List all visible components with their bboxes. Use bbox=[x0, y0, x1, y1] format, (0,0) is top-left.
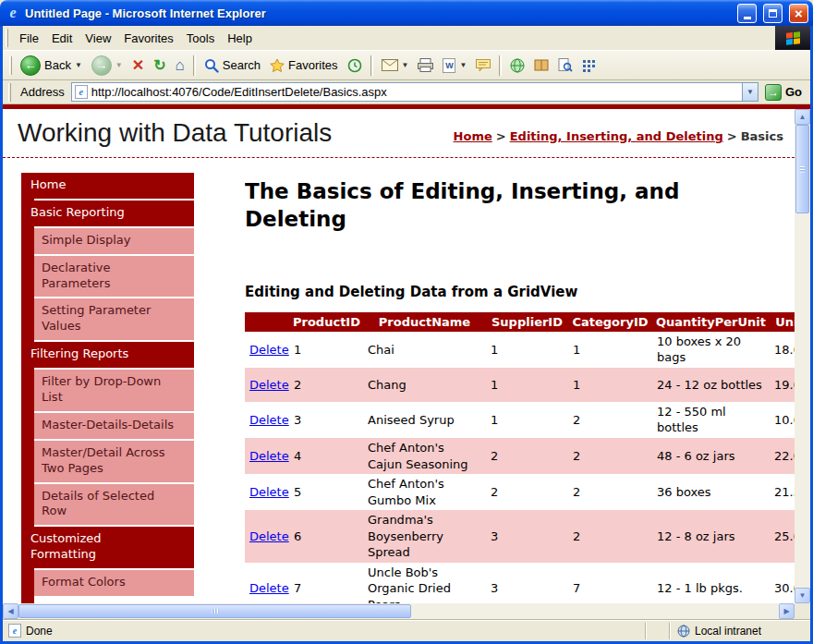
delete-link[interactable]: Delete bbox=[249, 581, 289, 595]
sidebar-item-customized-formatting[interactable]: Customized Formatting bbox=[21, 527, 194, 568]
forward-button[interactable]: → ▼ bbox=[88, 54, 127, 78]
toolbar-grip[interactable] bbox=[9, 56, 12, 75]
dot-grid-icon bbox=[582, 59, 595, 72]
sidebar-item-declarative-parameters[interactable]: Declarative Parameters bbox=[34, 256, 194, 298]
delete-link[interactable]: Delete bbox=[249, 449, 289, 463]
history-button[interactable] bbox=[344, 56, 366, 75]
print-button[interactable] bbox=[414, 56, 437, 74]
sidebar-item-home[interactable]: Home bbox=[21, 173, 194, 199]
grid-cell-action: Delete bbox=[245, 474, 289, 510]
horizontal-scroll-thumb[interactable] bbox=[18, 604, 411, 618]
breadcrumb-link-home[interactable]: Home bbox=[454, 129, 492, 143]
sidebar-item-setting-parameter-values[interactable]: Setting Parameter Values bbox=[34, 298, 194, 340]
horizontal-scroll-track[interactable] bbox=[18, 603, 779, 619]
grid-cell-action: Delete bbox=[245, 368, 289, 402]
grid-col-productname: ProductName bbox=[363, 312, 486, 332]
address-bar: Address e http://localhost:4076/Code/Edi… bbox=[3, 80, 810, 104]
scroll-down-button[interactable]: ▼ bbox=[795, 588, 810, 603]
vertical-scroll-track[interactable] bbox=[795, 125, 810, 588]
menu-item-file[interactable]: File bbox=[13, 28, 45, 49]
grid-cell: 1 bbox=[568, 368, 652, 402]
discuss-button[interactable] bbox=[472, 57, 494, 74]
close-button[interactable]: × bbox=[789, 4, 808, 23]
mail-button[interactable]: ▼ bbox=[378, 57, 413, 73]
grid-cell: 24 - 12 oz bottles bbox=[652, 368, 770, 402]
grid-row-2: Delete2Chang1124 - 12 oz bottles19.0 bbox=[245, 368, 795, 402]
toolbar-grip[interactable] bbox=[8, 83, 11, 102]
status-page-icon: e bbox=[8, 624, 21, 638]
sidebar-item-master-detail-across-two-pages[interactable]: Master/Detail Across Two Pages bbox=[34, 441, 194, 482]
delete-link[interactable]: Delete bbox=[249, 378, 289, 392]
toolbar-grip[interactable] bbox=[6, 29, 8, 47]
grid-cell: 2 bbox=[568, 438, 652, 474]
sidebar-item-simple-display[interactable]: Simple Display bbox=[34, 228, 194, 254]
research-button[interactable] bbox=[530, 57, 552, 74]
horizontal-scrollbar[interactable]: ◀ ▶ bbox=[3, 603, 795, 619]
scroll-up-button[interactable]: ▲ bbox=[795, 109, 810, 125]
web-globe-button[interactable] bbox=[506, 56, 528, 75]
search-button[interactable]: Search bbox=[200, 56, 264, 75]
vertical-scroll-thumb[interactable] bbox=[795, 125, 809, 213]
grid-row-5: Delete5Chef Anton's Gumbo Mix2236 boxes2… bbox=[245, 474, 795, 510]
sidebar-item-filtering-reports[interactable]: Filtering Reports bbox=[21, 342, 194, 368]
scrollbar-corner bbox=[795, 603, 810, 619]
grid-cell: Chef Anton's Gumbo Mix bbox=[363, 474, 486, 510]
vertical-scrollbar[interactable]: ▲ ▼ bbox=[795, 109, 810, 603]
sidebar-item-master-details-details[interactable]: Master-Details-Details bbox=[34, 413, 194, 439]
edit-button[interactable]: W ▼ bbox=[439, 56, 470, 75]
toolbar-separator bbox=[370, 55, 373, 76]
sidebar-item-filter-by-drop-down-list[interactable]: Filter by Drop-Down List bbox=[34, 370, 194, 411]
breadcrumb-link-section[interactable]: Editing, Inserting, and Deleting bbox=[510, 129, 723, 143]
menu-item-tools[interactable]: Tools bbox=[180, 28, 221, 49]
delete-link[interactable]: Delete bbox=[249, 485, 289, 499]
scroll-left-button[interactable]: ◀ bbox=[3, 603, 18, 619]
scroll-right-button[interactable]: ▶ bbox=[779, 603, 795, 619]
address-dropdown-button[interactable]: ▼ bbox=[742, 83, 758, 101]
sidebar-item-details-of-selected-row[interactable]: Details of Selected Row bbox=[34, 484, 194, 526]
window-title: Untitled Page - Microsoft Internet Explo… bbox=[25, 6, 731, 20]
sidebar-item-basic-reporting[interactable]: Basic Reporting bbox=[21, 200, 194, 226]
ie-window: e Untitled Page - Microsoft Internet Exp… bbox=[0, 0, 813, 644]
menu-item-help[interactable]: Help bbox=[221, 28, 259, 49]
grid-body: Delete1Chai1110 boxes x 20 bags18.0Delet… bbox=[245, 332, 795, 603]
grid-row-4: Delete4Chef Anton's Cajun Seasoning2248 … bbox=[245, 438, 795, 474]
back-button[interactable]: ← Back ▼ bbox=[17, 54, 86, 78]
grid-cell: 18.0 bbox=[770, 332, 795, 368]
grid-row-6: Delete6Grandma's Boysenberry Spread3212 … bbox=[245, 510, 795, 563]
delete-link[interactable]: Delete bbox=[249, 529, 289, 543]
mail-dropdown-icon: ▼ bbox=[402, 61, 409, 69]
home-icon: ⌂ bbox=[176, 57, 185, 73]
grid-cell: 3 bbox=[289, 402, 363, 438]
grid-col-productid: ProductID bbox=[289, 312, 363, 332]
grid-cell: 5 bbox=[289, 474, 363, 510]
refresh-button[interactable]: ↻ bbox=[150, 56, 169, 75]
sidebar-nav: HomeBasic ReportingSimple DisplayDeclara… bbox=[21, 173, 194, 603]
delete-link[interactable]: Delete bbox=[249, 343, 289, 357]
grid-cell-action: Delete bbox=[245, 563, 289, 603]
window-frame: FileEditViewFavoritesToolsHelp ← Back ▼ … bbox=[0, 26, 813, 644]
menu-item-view[interactable]: View bbox=[79, 28, 117, 49]
home-button[interactable]: ⌂ bbox=[172, 55, 188, 75]
favorites-button[interactable]: Favorites bbox=[266, 56, 341, 75]
address-url: http://localhost:4076/Code/EditInsertDel… bbox=[91, 85, 738, 99]
main-article: The Basics of Editing, Inserting, and De… bbox=[245, 173, 795, 603]
minimize-button[interactable] bbox=[737, 4, 757, 23]
status-message-panel: e Done bbox=[6, 624, 645, 638]
maximize-icon bbox=[769, 9, 777, 18]
mail-icon bbox=[382, 59, 398, 71]
sidebar-item-format-colors[interactable]: Format Colors bbox=[34, 570, 194, 596]
page-search-button[interactable] bbox=[554, 56, 576, 75]
windows-flag-icon bbox=[786, 31, 800, 45]
security-zone-panel: Local intranet bbox=[669, 623, 807, 639]
address-input[interactable]: e http://localhost:4076/Code/EditInsertD… bbox=[71, 82, 758, 102]
stop-button[interactable]: ✕ bbox=[128, 56, 148, 75]
grid-cell: 7 bbox=[568, 563, 652, 603]
menu-item-edit[interactable]: Edit bbox=[45, 28, 79, 49]
maximize-button[interactable] bbox=[763, 4, 783, 23]
delete-link[interactable]: Delete bbox=[249, 413, 289, 427]
go-button[interactable]: → Go bbox=[762, 84, 807, 101]
menu-item-favorites[interactable]: Favorites bbox=[117, 28, 179, 49]
messenger-button[interactable] bbox=[578, 57, 599, 74]
back-icon: ← bbox=[20, 55, 41, 76]
close-icon: × bbox=[795, 6, 803, 20]
